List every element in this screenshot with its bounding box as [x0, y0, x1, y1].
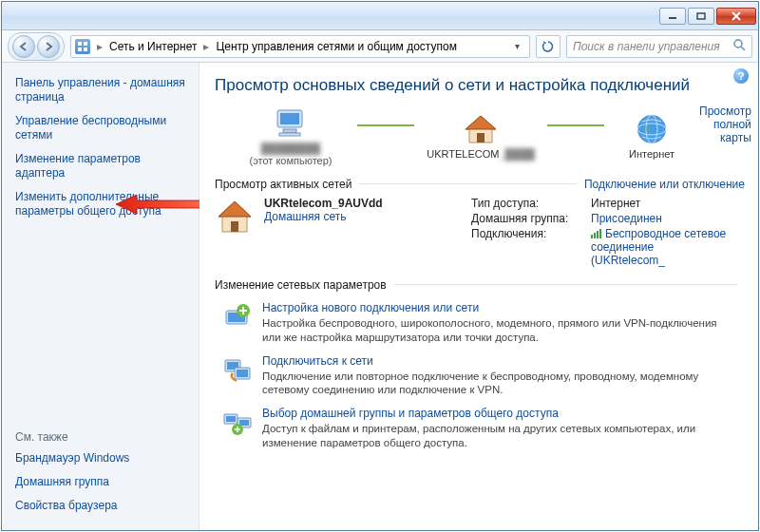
svg-rect-32 [239, 420, 249, 426]
svg-rect-0 [669, 17, 676, 19]
svg-rect-4 [78, 48, 82, 51]
maximize-button[interactable] [688, 8, 714, 25]
address-bar: ▸ Сеть и Интернет ▸ Центр управления сет… [2, 30, 758, 63]
minimize-button[interactable] [659, 8, 686, 25]
search-placeholder: Поиск в панели управления [573, 40, 720, 53]
map-connector [357, 124, 414, 126]
network-type-link[interactable]: Домашняя сеть [264, 210, 383, 223]
svg-rect-28 [237, 370, 248, 377]
house-icon [462, 110, 500, 148]
globe-icon [633, 110, 671, 148]
svg-point-6 [734, 40, 742, 48]
map-node-label: ████████ [261, 142, 320, 155]
search-icon [733, 39, 746, 54]
network-name: UKRtelecom_9AUVdd [264, 197, 383, 210]
kv-key: Тип доступа: [471, 197, 585, 210]
connect-icon [222, 354, 253, 385]
kv-value: Интернет [591, 197, 745, 210]
task-homegroup: Выбор домашней группы и параметров общег… [222, 407, 745, 450]
svg-rect-1 [697, 13, 705, 19]
map-node-this-pc: ████████ (этот компьютер) [224, 104, 357, 166]
sidebar-see-also-browser[interactable]: Свойства браузера [15, 499, 189, 513]
new-connection-icon [222, 301, 253, 332]
window-frame: ▸ Сеть и Интернет ▸ Центр управления сет… [1, 1, 759, 531]
see-also-heading: См. также [15, 430, 189, 444]
section-heading-active: Просмотр активных сетей [215, 178, 352, 191]
sidebar-see-also-firewall[interactable]: Брандмауэр Windows [15, 451, 189, 466]
svg-rect-3 [84, 42, 87, 46]
connect-disconnect-link[interactable]: Подключение или отключение [584, 178, 745, 191]
homegroup-link[interactable]: Присоединен [591, 212, 745, 225]
map-node-internet: Интернет [604, 110, 699, 161]
signal-icon [591, 229, 601, 238]
close-button[interactable] [716, 8, 756, 25]
breadcrumb-box[interactable]: ▸ Сеть и Интернет ▸ Центр управления сет… [70, 35, 530, 58]
nav-buttons [8, 32, 65, 61]
computer-icon [272, 104, 310, 142]
svg-rect-11 [283, 129, 296, 133]
refresh-button[interactable] [536, 35, 560, 58]
svg-rect-21 [231, 221, 238, 232]
svg-rect-10 [280, 113, 299, 124]
task-link[interactable]: Настройка нового подключения или сети [262, 301, 718, 314]
titlebar [2, 2, 758, 30]
section-heading-change: Изменение сетевых параметров [215, 278, 387, 292]
forward-button[interactable] [37, 35, 60, 58]
svg-line-7 [741, 47, 745, 50]
breadcrumb-item[interactable]: Сеть и Интернет [109, 40, 197, 53]
breadcrumb-item[interactable]: Центр управления сетями и общим доступом [216, 40, 457, 53]
chevron-down-icon[interactable]: ▾ [508, 41, 525, 51]
back-button[interactable] [12, 35, 35, 58]
svg-rect-2 [78, 42, 82, 46]
help-icon[interactable]: ? [733, 68, 749, 84]
page-title: Просмотр основных сведений о сети и наст… [215, 76, 745, 95]
sidebar-see-also-homegroup[interactable]: Домашняя группа [15, 475, 189, 489]
task-link[interactable]: Выбор домашней группы и параметров общег… [262, 407, 718, 420]
svg-rect-5 [84, 48, 87, 51]
svg-marker-20 [218, 201, 251, 217]
map-connector [547, 124, 604, 126]
active-network: UKRtelecom_9AUVdd Домашняя сеть [215, 197, 462, 267]
sidebar-item-adapter[interactable]: Изменение параметров адаптера [15, 152, 189, 180]
chevron-right-icon: ▸ [203, 40, 209, 53]
task-connect: Подключиться к сети Подключение или повт… [222, 354, 745, 398]
task-desc: Подключение или повторное подключение к … [262, 370, 718, 398]
chevron-right-icon: ▸ [97, 40, 103, 53]
kv-key: Подключения: [471, 227, 585, 267]
sidebar-item-sharing[interactable]: Изменить дополнительные параметры общего… [15, 190, 189, 218]
map-node-sublabel: (этот компьютер) [249, 155, 332, 166]
sidebar: Панель управления - домашняя страница Уп… [2, 63, 200, 530]
task-desc: Настройка беспроводного, широкополосного… [262, 316, 718, 345]
map-node-router: UKRTELECOM_████ [414, 110, 547, 161]
house-icon [215, 197, 255, 237]
control-panel-icon [75, 39, 90, 54]
map-node-label: UKRTELECOM [427, 148, 499, 160]
svg-rect-12 [279, 133, 300, 136]
task-link[interactable]: Подключиться к сети [262, 354, 718, 368]
content-pane: ? Просмотр основных сведений о сети и на… [200, 63, 758, 530]
svg-rect-30 [226, 416, 236, 422]
sidebar-item-wireless[interactable]: Управление беспроводными сетями [15, 114, 189, 142]
task-new-connection: Настройка нового подключения или сети На… [222, 301, 745, 345]
svg-rect-15 [477, 133, 484, 142]
kv-key: Домашняя группа: [471, 212, 585, 225]
search-input[interactable]: Поиск в панели управления [566, 35, 752, 58]
task-desc: Доступ к файлам и принтерам, расположенн… [262, 422, 718, 450]
map-node-label: Интернет [629, 148, 674, 161]
network-map: ████████ (этот компьютер) UKRTELECOM_███… [224, 104, 699, 166]
homegroup-icon [222, 407, 253, 437]
svg-marker-14 [466, 116, 496, 129]
connection-link[interactable]: Беспроводное сетевое соединение(UKRtelec… [591, 227, 745, 267]
network-details: Тип доступа: Интернет Домашняя группа: П… [471, 197, 745, 267]
sidebar-item-home[interactable]: Панель управления - домашняя страница [15, 76, 189, 104]
view-full-map-link[interactable]: Просмотр полной карты [699, 104, 751, 144]
